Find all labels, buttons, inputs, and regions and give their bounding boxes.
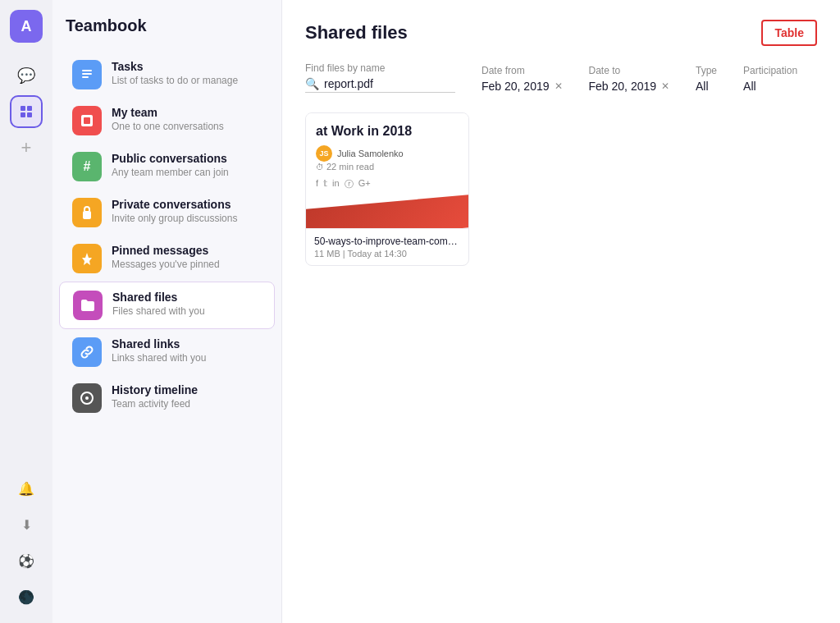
- file-name: 50-ways-to-improve-team-communication...: [314, 236, 460, 247]
- svg-rect-0: [21, 106, 25, 111]
- private-icon: [72, 198, 102, 227]
- linkedin-icon: in: [332, 178, 340, 190]
- globe-icon[interactable]: ⚽: [10, 544, 43, 577]
- history-label: History timeline: [112, 383, 198, 396]
- pin-icon: [72, 244, 102, 273]
- tasks-desc: List of tasks to do or manage: [112, 75, 238, 86]
- gplus-icon: G+: [358, 178, 371, 190]
- author-avatar: JS: [316, 145, 332, 162]
- thumb-strip: [306, 195, 468, 228]
- cloud-icon[interactable]: 🌑: [10, 580, 43, 613]
- sidebar-item-tasks[interactable]: Tasks List of tasks to do or manage: [59, 52, 275, 98]
- svg-rect-3: [27, 112, 32, 117]
- search-input-wrapper: 🔍: [305, 77, 455, 93]
- author-name: Julia Samolenko: [337, 149, 404, 158]
- svg-rect-8: [84, 117, 90, 124]
- private-label: Private conversations: [112, 198, 237, 211]
- file-meta: 11 MB | Today at 14:30: [314, 249, 460, 259]
- date-from-group: Date from Feb 20, 2019✕: [482, 65, 563, 93]
- bell-icon[interactable]: 🔔: [10, 472, 43, 505]
- chat-nav-icon[interactable]: 💬: [10, 59, 43, 92]
- main-content: Shared files Table Find files by name 🔍 …: [282, 0, 840, 623]
- sidebar-item-myteam[interactable]: My team One to one conversations: [59, 98, 275, 144]
- date-from-label: Date from: [482, 65, 563, 76]
- history-desc: Team activity feed: [112, 398, 198, 410]
- sidebar-item-public[interactable]: # Public conversations Any team member c…: [59, 144, 275, 190]
- svg-rect-2: [21, 112, 25, 117]
- file-card[interactable]: at Work in 2018 JS Julia Samolenko ⏱ 22 …: [305, 112, 469, 266]
- participation-group: Participation All: [743, 65, 797, 93]
- sidebar-item-history[interactable]: History timeline Team activity feed: [59, 375, 275, 421]
- pinned-desc: Messages you've pinned: [112, 259, 220, 270]
- type-value[interactable]: All: [696, 80, 717, 93]
- icon-bar-bottom: 🔔 ⬇ ⚽ 🌑: [10, 472, 43, 623]
- sharedfiles-label: Shared files: [112, 291, 205, 304]
- reddit-icon: ⓡ: [345, 178, 354, 190]
- social-icons: f 𝕥 in ⓡ G+: [316, 178, 459, 190]
- page-title: Shared files: [305, 22, 408, 44]
- svg-rect-1: [27, 106, 32, 111]
- thumb-title: at Work in 2018: [316, 123, 459, 139]
- type-group: Type All: [696, 65, 717, 93]
- participation-value[interactable]: All: [743, 80, 797, 93]
- svg-rect-5: [82, 73, 92, 75]
- public-desc: Any team member can join: [112, 167, 229, 178]
- files-grid: at Work in 2018 JS Julia Samolenko ⏱ 22 …: [305, 112, 817, 266]
- date-from-clear[interactable]: ✕: [555, 80, 563, 92]
- contacts-nav-icon[interactable]: [10, 95, 43, 128]
- add-nav-icon[interactable]: +: [10, 131, 43, 164]
- avatar[interactable]: A: [10, 10, 43, 43]
- date-to-group: Date to Feb 20, 2019✕: [589, 65, 670, 93]
- svg-rect-4: [82, 70, 92, 71]
- myteam-desc: One to one conversations: [112, 121, 224, 132]
- date-to-clear[interactable]: ✕: [661, 80, 669, 92]
- search-label: Find files by name: [305, 62, 455, 74]
- icon-bar-icons: 💬 +: [10, 59, 43, 472]
- link-icon: [72, 337, 102, 367]
- twitter-icon: 𝕥: [323, 178, 327, 190]
- date-to-label: Date to: [589, 65, 670, 76]
- sharedlinks-label: Shared links: [112, 337, 206, 350]
- svg-rect-6: [82, 76, 89, 78]
- sidebar-title: Teambook: [52, 16, 281, 52]
- participation-label: Participation: [743, 65, 797, 76]
- sidebar-item-sharedlinks[interactable]: Shared links Links shared with you: [59, 329, 275, 375]
- read-time: ⏱ 22 min read: [316, 162, 459, 172]
- search-group: Find files by name 🔍: [305, 62, 455, 93]
- date-to-value[interactable]: Feb 20, 2019✕: [589, 80, 670, 93]
- sidebar-item-private[interactable]: Private conversations Invite only group …: [59, 190, 275, 236]
- table-view-button[interactable]: Table: [761, 20, 817, 46]
- svg-point-11: [85, 396, 89, 400]
- history-icon: [72, 383, 102, 413]
- main-header: Shared files Table: [305, 20, 817, 46]
- svg-rect-9: [83, 211, 91, 219]
- file-info: 50-ways-to-improve-team-communication...…: [306, 228, 468, 265]
- sharedfiles-desc: Files shared with you: [112, 305, 205, 317]
- public-label: Public conversations: [112, 152, 229, 165]
- myteam-label: My team: [112, 106, 224, 119]
- tasks-label: Tasks: [112, 60, 238, 73]
- filters-row: Find files by name 🔍 Date from Feb 20, 2…: [305, 62, 817, 93]
- sidebar-item-sharedfiles[interactable]: Shared files Files shared with you: [59, 282, 275, 329]
- date-from-value[interactable]: Feb 20, 2019✕: [482, 80, 563, 93]
- pinned-label: Pinned messages: [112, 244, 220, 257]
- private-desc: Invite only group discussions: [112, 213, 237, 224]
- type-label: Type: [696, 65, 717, 76]
- sidebar: Teambook Tasks List of tasks to do or ma…: [52, 0, 282, 623]
- file-thumbnail: at Work in 2018 JS Julia Samolenko ⏱ 22 …: [306, 113, 468, 228]
- myteam-icon: [72, 106, 102, 135]
- public-icon: #: [72, 152, 102, 181]
- folder-icon: [73, 291, 103, 320]
- thumb-author: JS Julia Samolenko: [316, 145, 459, 162]
- facebook-icon: f: [316, 178, 318, 190]
- sharedlinks-desc: Links shared with you: [112, 352, 206, 364]
- search-icon: 🔍: [305, 77, 319, 90]
- search-input[interactable]: [324, 77, 455, 90]
- tasks-icon: [72, 60, 102, 89]
- icon-bar: A 💬 + 🔔 ⬇ ⚽ 🌑: [0, 0, 52, 623]
- download-icon[interactable]: ⬇: [10, 508, 43, 541]
- sidebar-item-pinned[interactable]: Pinned messages Messages you've pinned: [59, 236, 275, 282]
